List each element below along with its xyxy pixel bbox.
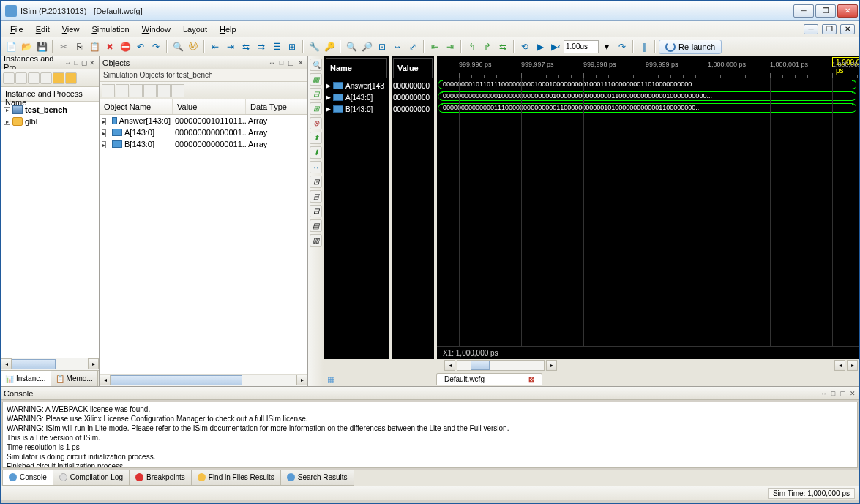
float-icon[interactable]: □ — [73, 59, 80, 67]
wt-i10-icon[interactable]: ⌸ — [310, 190, 322, 203]
tab-breakpoints[interactable]: Breakpoints — [129, 470, 192, 486]
expand-icon[interactable]: ▸ — [4, 107, 10, 113]
wt-add-icon[interactable]: ▦ — [310, 73, 322, 86]
object-row[interactable]: ▸Answer[143:0]000000001011011...Array — [100, 115, 307, 127]
ot2-icon[interactable] — [116, 84, 129, 97]
wave-signal-name[interactable]: ▶B[143:0] — [324, 103, 389, 115]
maximize-icon[interactable]: ▢ — [81, 59, 88, 67]
object-row[interactable]: ▸B[143:0]000000000000011...Array — [100, 138, 307, 150]
inst-hscroll[interactable]: ◂ ▸ — [1, 358, 99, 370]
menu-view[interactable]: View — [57, 23, 85, 36]
restart-icon[interactable]: ⟲ — [517, 40, 532, 54]
tab-compilation[interactable]: Compilation Log — [53, 470, 130, 486]
t4-icon[interactable]: ⇉ — [254, 40, 269, 54]
expand-icon[interactable]: ▸ — [102, 141, 106, 148]
wave-signal-name[interactable]: ▶A[143:0] — [324, 91, 389, 103]
float-icon[interactable]: □ — [277, 59, 285, 67]
scroll-left-icon[interactable]: ◂ — [100, 375, 111, 385]
wt-i4-icon[interactable]: ⊞ — [310, 102, 322, 115]
t3-icon[interactable]: ⇆ — [239, 40, 253, 54]
scroll-right-icon[interactable]: ▸ — [88, 358, 99, 369]
new-icon[interactable]: 📄 — [4, 40, 18, 54]
maximize-icon[interactable]: ▢ — [839, 389, 847, 397]
t5-icon[interactable]: ☰ — [269, 40, 284, 54]
ti4-icon[interactable] — [40, 72, 52, 84]
waveform-view[interactable]: Name ▶Answer[143▶A[143:0]▶B[143:0] Value… — [324, 56, 859, 359]
collapse-icon[interactable]: ⇤ — [208, 40, 223, 54]
scroll-thumb[interactable] — [111, 375, 242, 385]
wt-i11-icon[interactable]: ⊟ — [310, 205, 322, 217]
zoomin-icon[interactable]: 🔍 — [344, 40, 359, 54]
wt-i5-icon[interactable]: ⊗ — [310, 117, 322, 129]
wt-i6-icon[interactable]: ⬆ — [310, 132, 322, 144]
goto-right-icon[interactable]: ⇥ — [443, 40, 457, 54]
wt-i7-icon[interactable]: ⬇ — [310, 146, 322, 159]
maximize-icon[interactable]: ▢ — [287, 59, 295, 67]
wt-search-icon[interactable]: 🔍 — [310, 59, 322, 71]
tree-row-testbench[interactable]: ▸ test_bench — [1, 104, 99, 116]
wave-hscroll[interactable]: ◂ ▸ ◂ ▸ — [324, 359, 859, 372]
save-icon[interactable]: 💾 — [34, 40, 49, 54]
wave-doc-tab[interactable]: Default.wcfg⊠ — [436, 373, 542, 385]
scroll-thumb[interactable] — [471, 361, 490, 370]
col-value[interactable]: Value — [173, 99, 246, 114]
maximize-button[interactable]: ❐ — [815, 4, 836, 18]
ot6-icon[interactable] — [171, 84, 184, 97]
delete-icon[interactable]: ✖ — [102, 40, 117, 54]
ot1-icon[interactable] — [102, 84, 115, 97]
undo-icon[interactable]: ↶ — [133, 40, 148, 54]
cut-icon[interactable]: ✂ — [56, 40, 71, 54]
wave-plots[interactable]: 0000000010110111000000000100010000000001… — [437, 78, 859, 346]
find2-icon[interactable]: Ⓜ — [186, 40, 201, 54]
scroll-right-icon[interactable]: ▸ — [546, 360, 557, 371]
zoomcursor-icon[interactable]: ↔ — [390, 40, 405, 54]
ot3-icon[interactable] — [130, 84, 143, 97]
tree-row-glbl[interactable]: ▸ glbl — [1, 116, 99, 127]
tab-search[interactable]: Search Results — [280, 470, 354, 486]
runtime-input[interactable] — [564, 40, 599, 53]
time-ruler[interactable]: 1,000,000 ps 999,996 ps999,997 ps999,998… — [437, 58, 859, 78]
menu-layout[interactable]: Layout — [178, 23, 212, 36]
tr3-icon[interactable]: ⇆ — [496, 40, 510, 54]
tab-findfiles[interactable]: Find in Files Results — [191, 470, 281, 486]
close-icon[interactable]: ✕ — [296, 59, 304, 67]
menu-simulation[interactable]: Simulation — [86, 23, 134, 36]
dropdown-icon[interactable]: ▾ — [599, 40, 614, 54]
instances-tree[interactable]: ▸ test_bench ▸ glbl — [1, 102, 99, 358]
obj-hscroll[interactable]: ◂ ▸ — [100, 374, 307, 386]
ti6-icon[interactable] — [65, 72, 77, 84]
mdi-close-button[interactable]: ✕ — [840, 24, 855, 34]
arrows-icon[interactable]: ↔ — [64, 59, 71, 67]
key-icon[interactable]: 🔑 — [322, 40, 337, 54]
find-icon[interactable]: 🔍 — [171, 40, 185, 54]
t6-icon[interactable]: ⊞ — [285, 40, 299, 54]
col-objectname[interactable]: Object Name — [100, 99, 173, 114]
ot5-icon[interactable] — [157, 84, 171, 97]
expand-icon[interactable]: ▶ — [326, 94, 332, 101]
redo-icon[interactable]: ↷ — [149, 40, 163, 54]
wt-del-icon[interactable]: ⊟ — [310, 88, 322, 100]
run-icon[interactable]: ▶ — [533, 40, 547, 54]
ti2-icon[interactable] — [15, 72, 27, 84]
float-icon[interactable]: □ — [829, 389, 837, 397]
zoom5-icon[interactable]: ⤢ — [405, 40, 420, 54]
bus-waveform[interactable]: 0000000010110111000000000100010000000001… — [438, 80, 856, 89]
goto-left-icon[interactable]: ⇤ — [427, 40, 442, 54]
menu-window[interactable]: Window — [137, 23, 176, 36]
bus-waveform[interactable]: 0000000000000001000000000000001000000000… — [438, 91, 856, 101]
wt-i13-icon[interactable]: ▥ — [310, 234, 322, 247]
object-row[interactable]: ▸A[143:0]000000000000001...Array — [100, 127, 307, 138]
ot4-icon[interactable] — [143, 84, 157, 97]
arrows-icon[interactable]: ↔ — [820, 389, 828, 397]
paste-icon[interactable]: 📋 — [87, 40, 102, 54]
expand-icon[interactable]: ▸ — [102, 129, 106, 137]
close-icon[interactable]: ⊠ — [528, 375, 534, 383]
menu-edit[interactable]: Edit — [31, 23, 55, 36]
pause-icon[interactable]: ‖ — [637, 40, 651, 54]
expand-icon[interactable]: ▶ — [326, 105, 332, 113]
minimize-button[interactable]: ─ — [793, 4, 814, 18]
scroll-left-icon[interactable]: ◂ — [1, 358, 12, 369]
menu-file[interactable]: File — [5, 23, 29, 36]
ti1-icon[interactable] — [3, 72, 15, 84]
wave-timeline[interactable]: 1,000,000 ps 999,996 ps999,997 ps999,998… — [437, 56, 859, 359]
